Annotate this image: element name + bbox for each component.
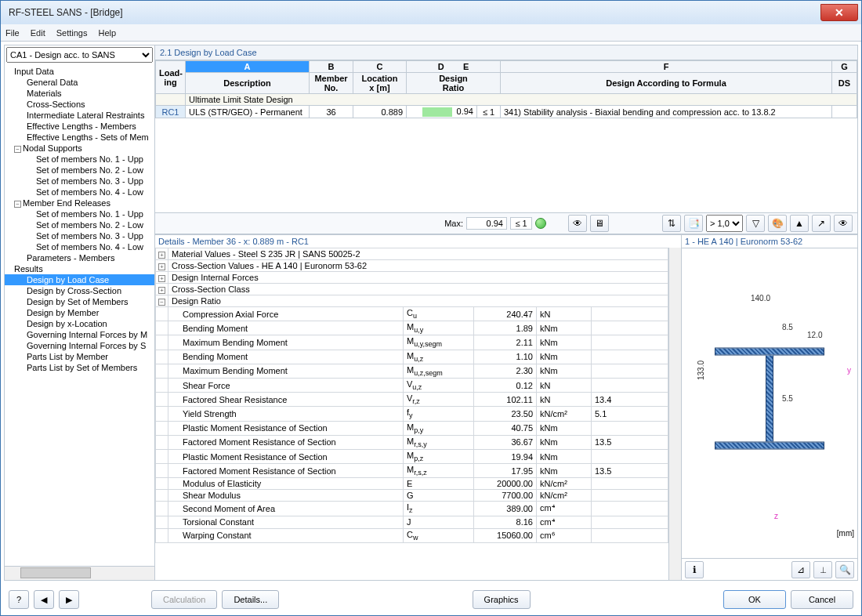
col-a[interactable]: A [186,61,310,73]
details-row[interactable]: Compression Axial ForceCu240.47kN [156,307,668,321]
details-row[interactable]: Maximum Bending MomentMu,y,segm2.11kNm [156,335,668,350]
help-icon[interactable]: ? [9,590,29,609]
details-row[interactable]: Bending MomentMu,z1.10kNm [156,350,668,364]
collapse-icon[interactable]: − [14,146,21,153]
details-row[interactable]: Shear ForceVu,z0.12kN [156,379,668,393]
menu-edit[interactable]: Edit [31,28,45,38]
tree-eff-sets[interactable]: Effective Lengths - Sets of Mem [5,132,154,143]
tree-gov-m[interactable]: Governing Internal Forces by M [5,329,154,340]
details-row[interactable]: Warping ConstantCw15060.00cm⁶ [156,528,668,542]
tree-eff-members[interactable]: Effective Lengths - Members [5,121,154,132]
col-loading[interactable]: Load- ing [156,61,186,94]
tree-me-1[interactable]: Set of members No. 1 - Upp [5,208,154,219]
tree-ns-1[interactable]: Set of members No. 1 - Upp [5,154,154,165]
tree-parts-set[interactable]: Parts List by Set of Members [5,362,154,373]
graphics-button[interactable]: Graphics [473,590,531,609]
close-button[interactable]: ✕ [820,4,858,21]
col-description[interactable]: Description [186,73,310,94]
view-render-icon[interactable]: 🖥 [590,215,609,232]
next-icon[interactable]: ▶ [59,590,79,609]
col-ds[interactable]: DS [832,73,857,94]
member-icon[interactable]: ▲ [790,215,809,232]
eye-icon[interactable]: 👁 [834,215,853,232]
details-row[interactable]: Plastic Moment Resistance of SectionMp,z… [156,449,668,463]
palette-icon[interactable]: 🎨 [768,215,787,232]
details-row[interactable]: Yield Strengthfy23.50kN/cm²5.1 [156,407,668,421]
details-row[interactable]: Bending MomentMu,y1.89kNm [156,321,668,335]
details-row[interactable]: Shear ModulusG7700.00kN/cm² [156,490,668,502]
case-selector[interactable]: CA1 - Design acc. to SANS [6,47,153,63]
tree-ns-4[interactable]: Set of members No. 4 - Low [5,187,154,197]
sort-icon[interactable]: ⇅ [662,215,681,232]
details-row[interactable]: Second Moment of AreaIz389.00cm⁴ [156,502,668,516]
details-group-row[interactable]: +Cross-Section Class [156,284,668,295]
details-row[interactable]: Plastic Moment Resistance of SectionMp,y… [156,421,668,435]
details-vscroll[interactable] [668,248,681,580]
tree-design-member[interactable]: Design by Member [5,307,154,318]
col-g[interactable]: G [832,61,857,73]
details-group-row[interactable]: +Cross-Section Values - HE A 140 | Euron… [156,260,668,272]
ok-ball-icon [535,218,546,229]
tree-design-set[interactable]: Design by Set of Members [5,296,154,307]
tree-hscroll[interactable] [5,566,154,580]
tree-design-loadcase[interactable]: Design by Load Case [5,274,154,285]
col-member-no[interactable]: Member No. [310,73,353,94]
view-3d-icon[interactable]: 👁 [568,215,587,232]
cancel-button[interactable]: Cancel [791,590,853,609]
details-group-open[interactable]: −Design Ratio [156,295,668,307]
tree-intermediate[interactable]: Intermediate Lateral Restraints [5,110,154,121]
col-design[interactable]: Design Ratio [407,73,501,94]
details-row[interactable]: Factored Moment Resistance of SectionMr,… [156,435,668,449]
tree-me-3[interactable]: Set of members No. 3 - Upp [5,230,154,241]
details-group-row[interactable]: +Design Internal Forces [156,272,668,284]
col-d[interactable]: D E [407,61,501,73]
details-row[interactable]: Maximum Bending MomentMu,z,segm2.30kNm [156,364,668,378]
tree-general-data[interactable]: General Data [5,77,154,88]
tree-design-crosssection[interactable]: Design by Cross-Section [5,285,154,296]
axes-icon[interactable]: ⊿ [791,561,810,578]
tree-me-2[interactable]: Set of members No. 2 - Low [5,219,154,230]
tree-parts-member[interactable]: Parts List by Member [5,351,154,362]
options-icon[interactable]: 📑 [684,215,703,232]
tree-ns-3[interactable]: Set of members No. 3 - Upp [5,176,154,187]
calculation-button[interactable]: Calculation [151,590,217,609]
collapse-icon[interactable]: − [14,201,21,208]
col-f[interactable]: F [501,61,832,73]
menu-help[interactable]: Help [98,28,116,38]
col-location[interactable]: Location x [m] [353,73,407,94]
menu-settings[interactable]: Settings [56,28,88,38]
tree-cross-sections[interactable]: Cross-Sections [5,99,154,110]
details-row[interactable]: Factored Moment Resistance of SectionMr,… [156,464,668,478]
tree-design-xloc[interactable]: Design by x-Location [5,318,154,329]
tree-nodal-supports[interactable]: −Nodal Supports [5,143,154,154]
zoom-icon[interactable]: 🔍 [835,561,854,578]
dim-tw: 5.5 [782,394,793,403]
cell-member: 36 [310,106,353,118]
details-row[interactable]: Modulus of ElasticityE20000.00kN/cm² [156,478,668,490]
dims-icon[interactable]: ⟂ [813,561,832,578]
goto-icon[interactable]: ↗ [812,215,831,232]
col-formula[interactable]: Design According to Formula [501,73,832,94]
filter-icon[interactable]: ▽ [746,215,765,232]
details-button[interactable]: Details... [222,590,279,609]
info-icon[interactable]: ℹ [685,561,704,578]
section-title-label: 1 - HE A 140 | Euronorm 53-62 [682,235,857,248]
menu-file[interactable]: File [5,28,20,38]
tree-ns-2[interactable]: Set of members No. 2 - Low [5,165,154,176]
tree-materials[interactable]: Materials [5,88,154,99]
col-c[interactable]: C [353,61,407,73]
ok-button[interactable]: OK [723,590,786,609]
grid-row-rc1[interactable]: RC1 ULS (STR/GEO) - Permanent 36 0.889 0… [156,106,857,118]
tree-parameters[interactable]: Parameters - Members [5,252,154,263]
filter-select[interactable]: > 1,0 [706,215,743,232]
tree-results[interactable]: Results [5,263,154,274]
details-row[interactable]: Factored Shear ResistanceVr,z102.11kN13.… [156,393,668,407]
prev-icon[interactable]: ◀ [34,590,54,609]
col-b[interactable]: B [310,61,353,73]
tree-input-data[interactable]: Input Data [5,66,154,77]
details-row[interactable]: Torsional ConstantJ8.16cm⁴ [156,516,668,528]
tree-member-end[interactable]: −Member End Releases [5,197,154,208]
tree-me-4[interactable]: Set of members No. 4 - Low [5,241,154,252]
tree-gov-s[interactable]: Governing Internal Forces by S [5,340,154,351]
details-group-row[interactable]: +Material Values - Steel S 235 JR | SANS… [156,248,668,260]
